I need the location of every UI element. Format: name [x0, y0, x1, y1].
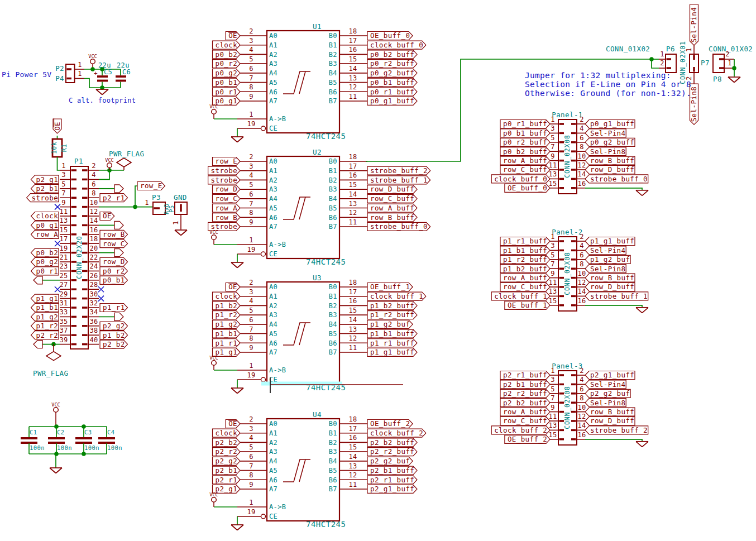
connector-p1[interactable]: P1CONN_02X201234567891011121314151617181…: [59, 157, 99, 349]
wire-segment[interactable]: [585, 305, 642, 308]
chip-u3[interactable]: U374HCT2452A03A14A25A36A47A58A69A718B017…: [237, 274, 367, 392]
net-label-p1_r2[interactable]: p1_r2: [213, 310, 241, 319]
net-label-p0_r1[interactable]: p0_r1: [213, 88, 241, 96]
net-label-p2_r1[interactable]: p2_r1: [213, 476, 241, 484]
net-label-OE_buff_2[interactable]: OE_buff_2: [367, 419, 413, 428]
net-label-row_C[interactable]: row_C: [213, 194, 241, 203]
net-label-Sel-Pin8[interactable]: Sel-Pin8: [585, 399, 626, 407]
net-label-OE_buff_0[interactable]: OE_buff_0: [505, 184, 550, 192]
net-label-p2_b1[interactable]: p2_b1: [213, 466, 241, 475]
net-label-row_B[interactable]: row_B: [213, 213, 241, 222]
no-connect-mark[interactable]: [98, 296, 104, 301]
pwr-flag[interactable]: PWR_FLAG: [109, 150, 144, 167]
net-label-p1_b1_buff[interactable]: p1_b1_buff: [500, 246, 550, 255]
net-label-OE_buff_1[interactable]: OE_buff_1: [367, 283, 413, 291]
net-label-Sel-Pin4[interactable]: Sel-Pin4: [585, 246, 626, 255]
chip-u2[interactable]: U274HCT2452A03A14A25A36A47A58A69A718B017…: [237, 148, 367, 266]
wire-segment[interactable]: [585, 439, 642, 442]
empty-label-arrow[interactable]: [34, 341, 42, 348]
net-label-p0_g1_buff[interactable]: p0_g1_buff: [585, 119, 635, 128]
net-label-clock_buff_0[interactable]: clock_buff_0: [491, 175, 550, 183]
net-label-p1_g1_buff[interactable]: p1_g1_buff: [367, 348, 417, 356]
cap-c6[interactable]: 22uC6: [116, 61, 131, 81]
net-label-row_D_buff[interactable]: row_D_buff: [585, 165, 635, 174]
no-connect-mark[interactable]: [55, 241, 60, 246]
net-label-p0_b2[interactable]: p0_b2: [213, 50, 241, 59]
net-label-p2_b1[interactable]: p2_b1: [31, 184, 59, 193]
net-label-p0_g2[interactable]: p0_g2: [31, 257, 59, 266]
cap-c4[interactable]: C4100n: [98, 429, 122, 451]
empty-label-arrow[interactable]: [34, 276, 42, 284]
net-label-p2_r1_buff[interactable]: p2_r1_buff: [500, 371, 550, 379]
net-label-strobe_buff_1[interactable]: strobe_buff_1: [367, 176, 430, 184]
connector-gnd[interactable]: GND1: [172, 193, 187, 229]
net-label-p0_r1_buff[interactable]: p0_r1_buff: [500, 119, 550, 128]
net-label-p0_r2_buff[interactable]: p0_r2_buff: [367, 59, 417, 68]
connector-panel-1[interactable]: Panel-1CONN_02X0813579111315246810121416: [548, 111, 586, 194]
connector-p7[interactable]: 12CONN_02X01P7: [679, 41, 710, 84]
net-label-OE_buff_2[interactable]: OE_buff_2: [505, 435, 550, 443]
net-label-Sel-Pin4[interactable]: Sel-Pin4: [585, 129, 626, 137]
net-label-p1_g2[interactable]: p1_g2: [213, 320, 241, 328]
no-connect-mark[interactable]: [55, 286, 60, 292]
net-label-p2_r1_buff[interactable]: p2_r1_buff: [367, 476, 417, 484]
net-label-p2_g2[interactable]: p2_g2: [213, 457, 241, 465]
connector-p2-p4[interactable]: P2P411: [55, 61, 84, 83]
net-label-p2_b1_buff[interactable]: p2_b1_buff: [367, 466, 417, 475]
net-label-row_A_buff[interactable]: row_A_buff: [367, 204, 417, 212]
gnd-symbol[interactable]: [636, 190, 648, 196]
gnd-symbol[interactable]: [231, 388, 243, 394]
schematic-canvas[interactable]: Pi Power 5VP2P411VCC+22uC522uC6C alt. fo…: [0, 0, 756, 541]
net-label-p1_r2_buff[interactable]: p1_r2_buff: [367, 310, 417, 319]
gnd-symbol[interactable]: [175, 230, 187, 236]
connector-panel-3[interactable]: Panel-3CONN_02X0813579111315246810121416: [548, 362, 586, 445]
net-label-p1_b2[interactable]: p1_b2: [100, 331, 128, 339]
resistor-r1[interactable]: 10kR1: [50, 139, 69, 157]
net-label-p0_r2[interactable]: p0_r2: [213, 59, 241, 68]
net-label-p2_g1[interactable]: p2_g1: [31, 175, 59, 184]
net-label-p0_g2_buff[interactable]: p0_g2_buff: [585, 138, 635, 146]
net-label-strobe[interactable]: strobe: [208, 176, 240, 184]
gnd-symbol[interactable]: [636, 308, 648, 313]
pwr-flag[interactable]: PWR_FLAG: [33, 352, 68, 377]
net-label-p0_b1[interactable]: p0_b1: [100, 276, 128, 284]
net-label-clock[interactable]: clock: [213, 292, 241, 300]
net-label-row_B_buff[interactable]: row_B_buff: [585, 274, 635, 282]
net-label-strobe_buff_0[interactable]: strobe_buff_0: [585, 175, 648, 183]
chip-u4[interactable]: U474HCT2452A03A14A25A36A47A58A69A718B017…: [237, 410, 367, 529]
connector-panel-2[interactable]: Panel-2CONN_02X0813579111315246810121416: [548, 228, 586, 311]
connector-p6[interactable]: CONN_01X02P612: [606, 45, 676, 73]
vcc-symbol[interactable]: VCC: [51, 402, 60, 427]
net-label-p2_r1[interactable]: p2_r1: [100, 194, 128, 202]
net-label-p1_b1_buff[interactable]: p1_b1_buff: [367, 329, 417, 338]
net-label-p0_r1_buff[interactable]: p0_r1_buff: [367, 88, 417, 96]
wire-segment[interactable]: [585, 188, 642, 190]
net-label-p0_g1[interactable]: p0_g1: [31, 221, 59, 229]
net-label-p1_b2[interactable]: p1_b2: [213, 301, 241, 310]
net-label-Sel-Pin8[interactable]: Sel-Pin8: [585, 265, 626, 273]
net-label-OE[interactable]: OE: [226, 31, 240, 40]
net-label-p2_g1_buff[interactable]: p2_g1_buff: [585, 371, 635, 379]
cap-c2[interactable]: C2100n: [48, 429, 72, 451]
net-label-OE_buff_0[interactable]: OE_buff_0: [367, 31, 413, 40]
net-label-strobe[interactable]: strobe: [27, 194, 59, 202]
wire-segment[interactable]: [58, 157, 60, 170]
net-label-p2_r2[interactable]: p2_r2: [31, 331, 59, 339]
vcc-symbol[interactable]: VCC: [88, 54, 97, 70]
net-label-p0_g2_buff[interactable]: p0_g2_buff: [367, 69, 417, 77]
gnd-symbol[interactable]: [231, 137, 243, 142]
net-label-row_B_buff[interactable]: row_B_buff: [585, 408, 635, 416]
net-label-row_D[interactable]: row_D: [213, 185, 241, 193]
net-label-p1_b2_buff[interactable]: p1_b2_buff: [367, 301, 417, 310]
net-label-row_E[interactable]: row_E: [137, 181, 165, 190]
net-label-strobe_buff_2[interactable]: strobe_buff_2: [585, 426, 648, 434]
empty-label-arrow[interactable]: [114, 249, 123, 257]
net-label-row_D[interactable]: row_D: [100, 257, 128, 266]
net-label-OE[interactable]: OE: [100, 212, 114, 220]
net-label-OE[interactable]: OE: [226, 419, 240, 428]
net-label-p0_b2[interactable]: p0_b2: [31, 248, 59, 257]
net-label-row_E[interactable]: row_E: [213, 157, 241, 165]
net-label-p0_r2[interactable]: p0_r2: [100, 267, 128, 275]
net-label-row_C_buff[interactable]: row_C_buff: [500, 283, 550, 291]
net-label-strobe_buff_1[interactable]: strobe_buff_1: [585, 292, 648, 300]
